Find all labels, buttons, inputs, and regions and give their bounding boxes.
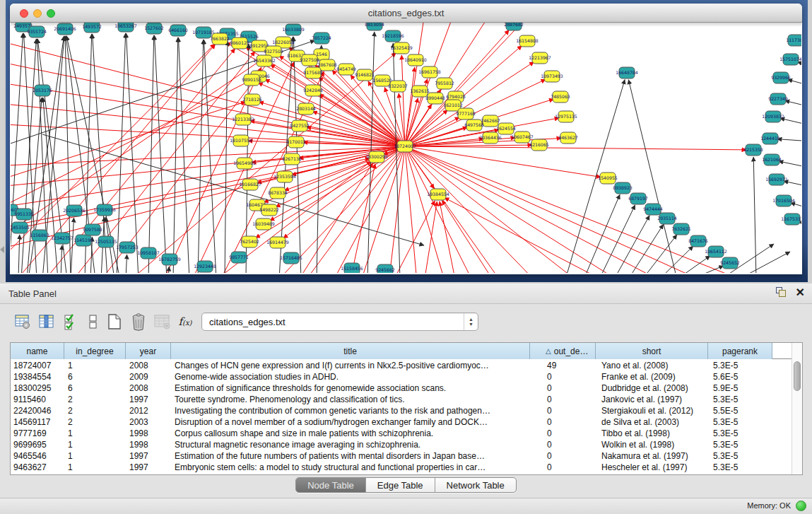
table-row[interactable]: 2242004622012Investigating the contribut… (11, 405, 792, 416)
table-cell[interactable]: 22420046 (11, 405, 64, 416)
table-cell[interactable]: Investigating the contribution of common… (171, 405, 530, 416)
table-cell[interactable]: 5.6E-5 (708, 371, 772, 382)
graph-node[interactable]: 8215358 (743, 144, 763, 156)
graph-node[interactable]: 8678334 (268, 187, 288, 199)
create-column-button[interactable] (105, 311, 124, 332)
column-header-pagerank[interactable]: pagerank (708, 343, 772, 359)
graph-node[interactable]: 9097588 (83, 224, 102, 235)
graph-node[interactable]: 8813054 (365, 23, 384, 30)
table-mode-button[interactable] (83, 311, 103, 332)
network-canvas[interactable]: 2493571935572420691406149357210653267152… (11, 23, 801, 273)
graph-node[interactable]: 20691406 (54, 23, 76, 35)
table-cell[interactable]: 2012 (126, 405, 171, 416)
graph-node[interactable]: 9146821 (355, 69, 375, 81)
graph-node[interactable]: 9463627 (558, 132, 578, 144)
table-cell[interactable]: 9463627 (11, 462, 64, 473)
table-cell[interactable]: 0 (530, 428, 596, 439)
graph-node[interactable]: 1624554 (496, 123, 516, 134)
graph-node[interactable]: 6216065 (529, 139, 549, 151)
table-cell[interactable]: Dudbridge et al. (2008) (596, 382, 708, 394)
graph-node[interactable]: 15716485 (280, 252, 302, 264)
graph-node[interactable]: 9890158 (242, 74, 261, 86)
table-cell[interactable]: 5.3E-5 (708, 439, 772, 450)
graph-node[interactable]: 9777169 (456, 108, 476, 119)
graph-node[interactable]: 9474444 (643, 204, 663, 215)
table-cell[interactable]: 0 (530, 416, 596, 428)
delete-column-button[interactable] (129, 311, 148, 332)
graph-node[interactable]: 17016504 (772, 195, 795, 206)
graph-node[interactable]: 5498222 (259, 204, 279, 216)
graph-node[interactable]: 1145190 (73, 235, 93, 246)
table-cell[interactable]: 5.5E-5 (708, 405, 772, 416)
table-cell[interactable]: 2009 (126, 371, 171, 382)
graph-node[interactable]: 9329966 (771, 72, 791, 83)
table-cell[interactable]: 0 (530, 450, 596, 462)
graph-node[interactable]: 9860123 (230, 37, 249, 49)
graph-node[interactable]: 19218596 (382, 30, 404, 42)
graph-node[interactable]: 1493572 (82, 23, 102, 33)
table-row[interactable]: 946554611997Estimation of the future num… (11, 450, 792, 462)
table-cell[interactable]: Jankovic et al. (1997) (596, 394, 708, 405)
graph-node[interactable]: 15692971 (765, 174, 788, 185)
graph-node[interactable]: 10607467 (511, 132, 534, 143)
tab-network-table[interactable]: Network Table (435, 478, 516, 492)
table-row[interactable]: 1456911722003Disruption of a novel membe… (11, 416, 792, 428)
table-cell[interactable]: 1998 (126, 428, 171, 439)
table-row[interactable]: 911546021997Tourette syndrome. Phenomeno… (11, 394, 792, 405)
graph-node[interactable]: 8990448 (425, 93, 445, 104)
graph-node[interactable]: 2718126 (242, 94, 262, 105)
table-cell[interactable]: 0 (530, 462, 596, 473)
graph-node[interactable]: 16914479 (266, 237, 289, 248)
graph-node[interactable]: 9227349 (768, 93, 788, 105)
graph-node[interactable]: 7857224 (312, 33, 331, 44)
table-cell[interactable]: Disruption of a novel member of a sodium… (171, 416, 530, 428)
graph-node[interactable]: 8938923 (613, 182, 632, 194)
table-cell[interactable]: Nakamura et al. (1997) (596, 450, 708, 462)
graph-node[interactable]: 16325419 (390, 42, 413, 54)
vertical-scrollbar[interactable] (792, 343, 802, 474)
table-cell[interactable]: Hescheler et al. (1997) (596, 462, 708, 473)
table-row[interactable]: 969969511998Structural magnetic resonanc… (11, 439, 792, 450)
table-cell[interactable]: 9465546 (11, 450, 64, 462)
table-cell[interactable]: 5.3E-5 (708, 416, 772, 428)
graph-node[interactable]: 9857771 (229, 252, 249, 263)
graph-node[interactable]: 8471676 (688, 235, 708, 247)
table-cell[interactable]: 6 (64, 371, 126, 382)
column-header-in_degree[interactable]: in_degree (64, 343, 126, 359)
graph-node[interactable]: 7955812 (435, 78, 454, 89)
vertical-scrollbar-thumb[interactable] (794, 361, 801, 391)
table-cell[interactable]: Estimation of significance thresholds fo… (171, 382, 530, 394)
table-row[interactable]: 946362711997Embryonic stem cells: a mode… (11, 462, 792, 473)
table-cell[interactable]: 5.9E-5 (708, 382, 772, 394)
graph-node[interactable]: 1540955 (598, 173, 618, 184)
table-cell[interactable]: 5.3E-5 (708, 450, 772, 462)
tab-node-table[interactable]: Node Table (296, 478, 366, 492)
graph-node[interactable]: 16033809 (282, 24, 305, 35)
table-cell[interactable]: 2003 (126, 416, 171, 428)
table-cell[interactable]: Yano et al. (2008) (596, 360, 708, 371)
column-header-short[interactable]: short (596, 343, 708, 359)
graph-node[interactable]: 1244419 (760, 133, 780, 144)
graph-node[interactable]: 18640910 (404, 54, 427, 66)
graph-node[interactable]: 1527602 (144, 23, 164, 34)
graph-node[interactable]: 8427552 (290, 120, 310, 132)
table-cell[interactable]: Structural magnetic resonance image aver… (171, 439, 530, 450)
graph-node[interactable]: 1621064 (762, 154, 782, 165)
table-cell[interactable]: 1 (64, 450, 126, 462)
column-header-name[interactable]: name (11, 343, 64, 359)
table-cell[interactable]: 9699695 (11, 439, 64, 450)
table-cell[interactable]: Tibbo et al. (1998) (596, 428, 708, 439)
graph-node[interactable]: 7485063 (551, 91, 570, 103)
graph-node[interactable]: 10958107 (137, 247, 160, 259)
graph-node[interactable]: 12353594 (273, 171, 296, 182)
graph-node[interactable]: 2803144 (296, 103, 316, 115)
table-settings-button[interactable] (13, 311, 33, 332)
graph-node[interactable]: 6879197 (628, 193, 648, 204)
close-panel-icon[interactable]: ✕ (796, 287, 805, 298)
graph-node[interactable]: 2887682 (504, 23, 524, 30)
table-cell[interactable]: 0 (530, 394, 596, 405)
graph-node[interactable]: 8267130 (282, 153, 302, 165)
select-columns-button[interactable] (61, 311, 81, 332)
table-cell[interactable]: Tourette syndrome. Phenomenology and cla… (171, 394, 530, 405)
table-cell[interactable]: 5.3E-5 (708, 462, 772, 473)
